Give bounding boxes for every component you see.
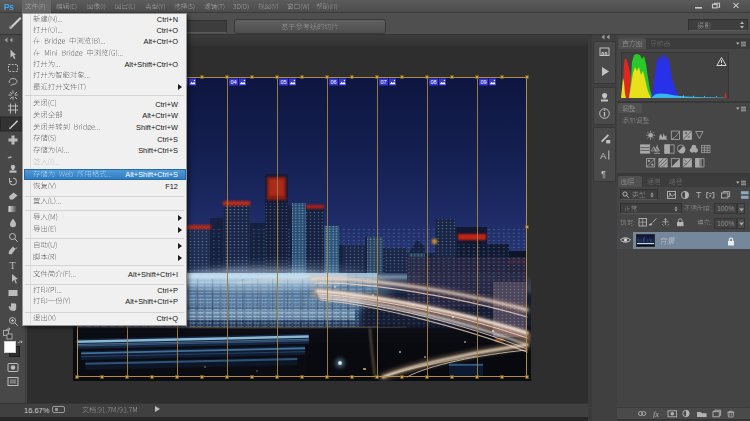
svg-text:09: 09: [480, 79, 486, 85]
svg-text:T: T: [10, 260, 16, 271]
svg-text:T: T: [696, 190, 701, 200]
svg-text:07: 07: [380, 79, 386, 85]
svg-text:¶: ¶: [601, 169, 606, 179]
svg-text:A: A: [600, 150, 607, 161]
svg-text:08: 08: [430, 79, 436, 85]
svg-text:fx: fx: [653, 410, 659, 418]
svg-text:04: 04: [230, 79, 236, 85]
svg-text:05: 05: [280, 79, 286, 85]
svg-text:06: 06: [330, 79, 336, 85]
